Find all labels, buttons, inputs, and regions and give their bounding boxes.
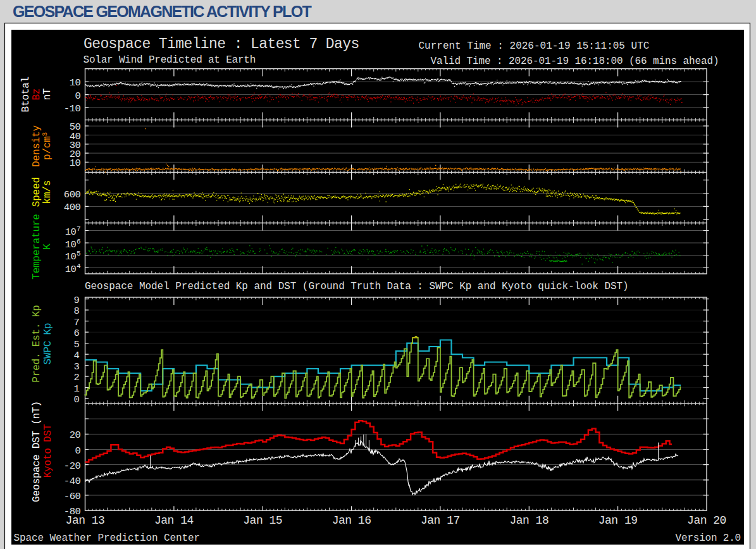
svg-text:6: 6 — [77, 238, 81, 245]
svg-text:10: 10 — [65, 239, 77, 250]
svg-text:5: 5 — [77, 250, 81, 257]
svg-text:6: 6 — [74, 328, 80, 339]
svg-text:20: 20 — [70, 429, 81, 441]
svg-text:-40: -40 — [64, 476, 81, 487]
svg-text:0: 0 — [74, 394, 80, 405]
svg-text:Temperature: Temperature — [31, 214, 42, 279]
svg-text:Geospace DST (nT): Geospace DST (nT) — [31, 401, 42, 502]
svg-text:Speed: Speed — [31, 177, 42, 207]
svg-text:p/cm3: p/cm3 — [41, 132, 53, 160]
svg-text:Current Time : 2026-01-19 15:1: Current Time : 2026-01-19 15:11:05 UTC — [419, 40, 650, 52]
svg-text:SWPC Kp: SWPC Kp — [42, 323, 54, 365]
svg-text:GEOSPACE GEOMAGNETIC ACTIVITY: GEOSPACE GEOMAGNETIC ACTIVITY PLOT — [13, 3, 311, 20]
svg-text:5: 5 — [74, 339, 80, 350]
svg-text:K: K — [42, 244, 53, 250]
svg-text:Jan 13: Jan 13 — [66, 514, 105, 527]
svg-text:Jan 15: Jan 15 — [243, 514, 282, 527]
svg-text:Btotal: Btotal — [20, 77, 32, 112]
svg-text:Geospace Model Predicted Kp an: Geospace Model Predicted Kp and DST (Gro… — [85, 281, 629, 292]
svg-text:Bz: Bz — [31, 89, 42, 101]
svg-text:10: 10 — [70, 77, 81, 89]
svg-text:7: 7 — [74, 317, 80, 328]
svg-text:2: 2 — [74, 372, 80, 383]
svg-text:1: 1 — [74, 383, 80, 395]
svg-text:3: 3 — [74, 361, 80, 373]
svg-text:0: 0 — [75, 445, 81, 457]
svg-text:nT: nT — [42, 89, 53, 101]
svg-text:Jan 14: Jan 14 — [154, 514, 194, 527]
svg-text:Version 2.0: Version 2.0 — [676, 533, 741, 544]
svg-text:9: 9 — [74, 295, 80, 306]
svg-text:Pred. Est. Kp: Pred. Est. Kp — [31, 305, 42, 382]
svg-text:10: 10 — [65, 251, 77, 262]
svg-text:8: 8 — [74, 305, 80, 317]
svg-text:Space Weather Prediction Cente: Space Weather Prediction Center — [14, 533, 201, 544]
svg-text:Valid Time : 2026-01-19 16:18:: Valid Time : 2026-01-19 16:18:00 (66 min… — [431, 56, 719, 67]
svg-text:7: 7 — [77, 225, 81, 233]
svg-text:Geospace Timeline : Latest 7 D: Geospace Timeline : Latest 7 Days — [84, 36, 359, 52]
svg-text:Jan 19: Jan 19 — [598, 514, 638, 527]
svg-text:Jan 18: Jan 18 — [509, 514, 548, 527]
svg-text:-60: -60 — [64, 491, 81, 502]
svg-text:10: 10 — [65, 226, 77, 238]
svg-text:4: 4 — [74, 350, 80, 361]
svg-text:-20: -20 — [64, 460, 81, 472]
svg-text:400: 400 — [64, 202, 81, 213]
svg-text:Kyoto DST: Kyoto DST — [42, 424, 54, 478]
svg-text:-10: -10 — [64, 103, 81, 114]
svg-text:4: 4 — [77, 262, 81, 270]
svg-text:Jan 20: Jan 20 — [687, 514, 726, 527]
svg-text:Solar Wind Predicted at Earth: Solar Wind Predicted at Earth — [84, 54, 256, 66]
svg-text:km/s: km/s — [42, 180, 53, 204]
svg-text:Density: Density — [31, 125, 42, 166]
svg-text:10: 10 — [70, 157, 81, 169]
svg-text:0: 0 — [75, 90, 81, 102]
svg-text:Jan 16: Jan 16 — [332, 514, 371, 527]
svg-text:600: 600 — [64, 189, 81, 200]
svg-text:Jan 17: Jan 17 — [421, 514, 460, 527]
svg-text:10: 10 — [65, 264, 77, 275]
